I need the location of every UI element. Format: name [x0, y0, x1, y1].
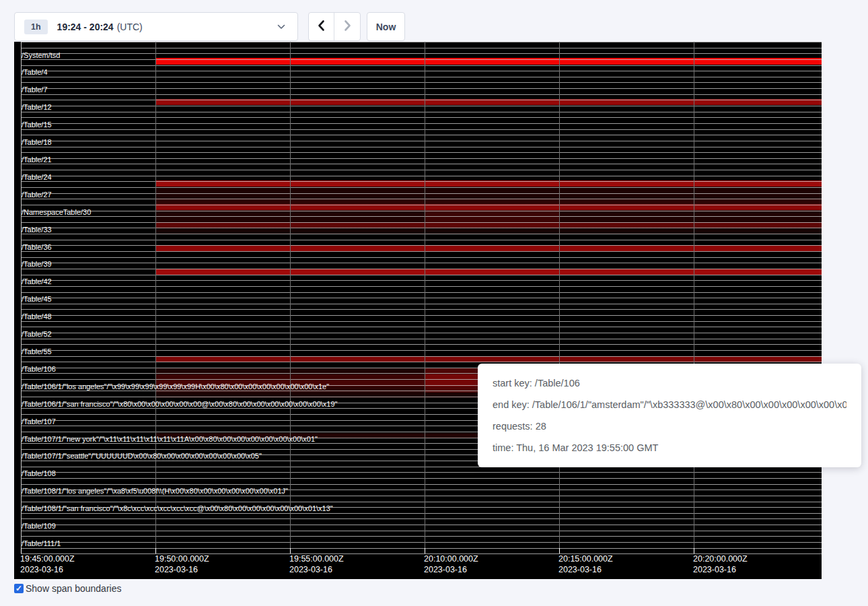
heat-band: [155, 204, 822, 210]
row-label: /Table/4: [22, 68, 48, 76]
previous-interval-button[interactable]: [309, 13, 334, 40]
row-label: /Table/21: [22, 156, 52, 164]
x-axis-label: 20:10:00.000Z 2023-03-16: [424, 554, 478, 575]
heat-band: [155, 222, 822, 228]
heat-band: [155, 245, 822, 251]
x-axis-tick: [21, 548, 22, 553]
time-range-select[interactable]: 1h 19:24 - 20:24 (UTC): [14, 12, 298, 41]
heat-band: [425, 210, 559, 222]
time-gridline: [425, 42, 425, 553]
now-button[interactable]: Now: [367, 12, 405, 41]
row-label: /Table/33: [22, 226, 52, 234]
row-label: /Table/106/1/"san francisco"/"\x80\x00\x…: [22, 400, 338, 408]
time-gridline: [21, 42, 22, 553]
row-label: /Table/108/1/"san francisco"/"\x8c\xcc\x…: [22, 504, 333, 512]
heat-band: [155, 228, 822, 234]
row-label: /Table/111/1: [22, 539, 61, 547]
row-label: /Table/27: [22, 191, 52, 199]
time-gridline: [559, 42, 560, 553]
x-axis-tick: [425, 548, 425, 553]
heat-band: [155, 99, 822, 105]
span-tooltip: start key: /Table/106end key: /Table/106…: [478, 364, 861, 467]
row-label: /Table/42: [22, 277, 52, 285]
row-label: /Table/36: [22, 243, 52, 251]
row-label: /Table/15: [22, 121, 52, 129]
time-nav-group: [308, 12, 361, 41]
row-label: /Table/18: [22, 138, 52, 146]
row-label: /Table/7: [22, 86, 48, 94]
chevron-down-icon: [277, 24, 285, 30]
span-boundary-lines: [21, 42, 822, 554]
row-label: /Table/109: [22, 522, 56, 530]
heat-band: [155, 180, 822, 187]
row-label: /Table/52: [22, 330, 52, 338]
time-gridline: [155, 42, 156, 553]
key-visualizer-canvas[interactable]: /System/tsd/Table/4/Table/7/Table/12/Tab…: [14, 42, 822, 579]
x-axis-tick: [290, 548, 291, 553]
tooltip-line: end key: /Table/106/1/"amsterdam"/"\xb33…: [493, 394, 846, 415]
row-label: /Table/45: [22, 295, 52, 303]
x-axis-label: 19:45:00.000Z 2023-03-16: [20, 554, 75, 575]
row-label: /Table/39: [22, 260, 52, 268]
heat-band: [155, 356, 822, 362]
x-axis-tick: [694, 548, 694, 553]
row-label: /Table/12: [22, 103, 52, 111]
chevron-right-icon: [342, 20, 353, 34]
time-range-timezone: (UTC): [117, 22, 143, 32]
row-label: /Table/48: [22, 312, 52, 321]
row-label: /Table/108/1/"los angeles"/"\xa8\xf5\u00…: [22, 487, 288, 495]
tooltip-line: requests: 28: [493, 415, 846, 437]
x-axis-tick: [155, 548, 156, 553]
row-label: /Table/107: [22, 417, 56, 426]
x-axis-label: 19:55:00.000Z 2023-03-16: [289, 554, 344, 575]
x-axis-tick: [559, 548, 560, 553]
row-label: /System/tsd: [22, 51, 60, 59]
row-label: /Table/108: [22, 469, 56, 477]
row-label: /Table/24: [22, 173, 52, 181]
row-label: /Table/107/1/"seattle"/"UUUUUUD\x00\x80\…: [22, 452, 262, 460]
heat-band: [155, 58, 822, 65]
show-span-boundaries-checkbox[interactable]: ✓: [14, 584, 24, 593]
show-span-boundaries-label: Show span boundaries: [26, 583, 121, 594]
heat-band: [155, 199, 822, 204]
row-label: /NamespaceTable/30: [22, 208, 91, 216]
chevron-left-icon: [316, 20, 327, 34]
time-gridline: [290, 42, 291, 553]
range-duration-badge: 1h: [24, 20, 48, 34]
toolbar: 1h 19:24 - 20:24 (UTC) Now: [0, 0, 868, 42]
checkmark-icon: ✓: [15, 584, 22, 593]
x-axis-label: 19:50:00.000Z 2023-03-16: [155, 554, 209, 575]
heat-band: [155, 269, 822, 275]
heat-band: [155, 187, 822, 199]
next-interval-button[interactable]: [334, 13, 360, 40]
x-axis-label: 20:15:00.000Z 2023-03-16: [558, 554, 613, 575]
tooltip-line: time: Thu, 16 Mar 2023 19:55:00 GMT: [493, 437, 846, 459]
time-gridline: [694, 42, 694, 553]
footer: ✓ Show span boundaries: [14, 583, 121, 594]
time-range-value: 19:24 - 20:24: [57, 22, 114, 32]
row-label: /Table/106: [22, 365, 56, 373]
row-label: /Table/55: [22, 347, 52, 356]
tooltip-line: start key: /Table/106: [493, 372, 846, 394]
x-axis-label: 20:20:00.000Z 2023-03-16: [693, 554, 748, 575]
